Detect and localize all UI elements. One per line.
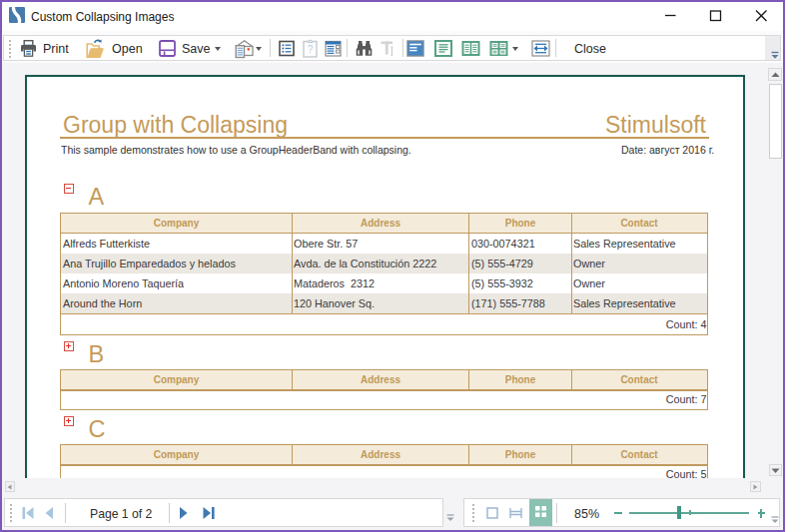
svg-text:?: ? bbox=[308, 44, 314, 55]
